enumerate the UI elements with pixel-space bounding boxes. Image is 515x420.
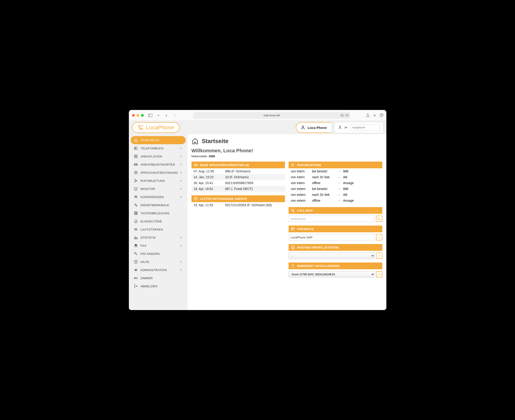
window-minimize[interactable]	[136, 114, 139, 117]
voicemail-row[interactable]: 14. Jan, 15:2223 (F. Ochmann)	[192, 174, 285, 180]
sidebar-item-konferenzen[interactable]: KONFERENZEN	[131, 193, 186, 201]
home-icon	[192, 137, 199, 145]
profile-user-icon	[291, 245, 295, 249]
sidebar-item-zimmer[interactable]: ZIMMER	[131, 274, 186, 282]
list-icon	[194, 197, 198, 201]
sidebar-item-label: RUFUMLEITUNG	[141, 179, 165, 182]
sidebar-item-dienstmerkmale[interactable]: DIENSTMERKMALE	[131, 201, 186, 209]
routing-row[interactable]: von externnach 20 Sek.→AB	[289, 192, 382, 198]
chevron-right-icon	[180, 260, 182, 263]
reload-icon[interactable]	[345, 114, 349, 117]
sidebar-item-label: MONITOR	[141, 187, 155, 191]
user-small-icon[interactable]	[338, 126, 342, 130]
conference-icon	[134, 195, 138, 199]
share-icon[interactable]	[366, 113, 370, 117]
sidebar-item-hilfe[interactable]: HILFE	[131, 258, 186, 266]
arrow-right-icon: →	[337, 175, 340, 179]
browser-window: voip.loca.net LocaPhone Loca Phone	[129, 110, 386, 310]
logout-icon[interactable]	[344, 126, 348, 130]
user-pill[interactable]: Loca Phone	[296, 122, 331, 133]
presence-confirm-button[interactable]	[376, 234, 382, 240]
welcome-text: Willkommen, Loca Phone!	[192, 148, 382, 154]
key-icon	[134, 252, 138, 256]
presence-header[interactable]: PRESENCE	[289, 225, 382, 232]
translate-icon[interactable]	[340, 114, 344, 117]
sidebar-item-pin-ändern[interactable]: PIN ÄNDERN	[131, 250, 186, 258]
routing-row[interactable]: von externoffline→Ansage	[289, 198, 382, 203]
routing-dest: AB	[343, 193, 347, 196]
device-action-button[interactable]	[376, 271, 382, 277]
chevron-down-icon[interactable]	[156, 112, 161, 118]
sidebar-item-administration[interactable]: ADMINISTRATION	[131, 266, 186, 274]
user-icon	[301, 125, 305, 130]
record-icon	[134, 171, 138, 175]
logo[interactable]: LocaPhone	[132, 122, 180, 133]
extension-label: Nebenstelle:	[192, 155, 208, 158]
nav-back-icon[interactable]	[164, 112, 169, 118]
call-button[interactable]	[376, 216, 382, 222]
voicemail-icon	[134, 162, 138, 166]
chevron-right-icon	[180, 147, 182, 150]
sidebar-toggle-icon[interactable]	[147, 112, 153, 118]
nav-forward-icon[interactable]	[172, 112, 178, 118]
presence-input[interactable]	[289, 234, 375, 240]
header-search-input[interactable]	[351, 124, 380, 131]
callbox-header[interactable]: CALL-BOX	[289, 207, 382, 214]
window-close[interactable]	[132, 114, 135, 117]
profile-header[interactable]: ROUTING-PROFIL (SYSTEM)	[289, 244, 382, 251]
device-header-text: ENDGERÄT AKTUALISIEREN	[297, 264, 340, 268]
voicemail-row[interactable]: 07. Aug, 11:59888 (F. Ochmann)	[192, 168, 285, 174]
profile-confirm-button[interactable]	[376, 253, 382, 259]
window-zoom[interactable]	[141, 114, 144, 117]
missed-header[interactable]: LETZTE ENTGANGENE ANRUFE	[192, 195, 285, 202]
sidebar-item-anrufbeantworter[interactable]: ANRUFBEANTWORTER	[131, 160, 186, 169]
extension-value: 1909	[208, 155, 215, 158]
sidebar-item-rufumleitung[interactable]: RUFUMLEITUNG	[131, 177, 186, 185]
chevron-right-icon	[180, 195, 182, 199]
stats-icon	[134, 235, 138, 240]
routing-condition: bei besetzt	[312, 169, 335, 173]
callbox-panel: CALL-BOX	[289, 207, 382, 222]
sidebar-item-abmelden[interactable]: ABMELDEN	[131, 282, 186, 290]
tabs-icon[interactable]	[380, 113, 383, 117]
sidebar-item-label: STARTSEITE	[141, 139, 159, 142]
routing-row[interactable]: von externbei besetzt→888	[289, 186, 382, 192]
app: LocaPhone Loca Phone STARTSEITETELEFONBU…	[129, 121, 386, 310]
sidebar-item-sprachaufzeichnung[interactable]: SPRACHAUFZEICHNUNG	[131, 169, 186, 177]
voicemail-text: 0021163558627659	[225, 181, 254, 185]
sidebar-item-telefonbuch[interactable]: TELEFONBUCH	[131, 144, 186, 152]
voicemail-header-text: NEUE SPRACHNACHRICHTEN (4)	[200, 163, 249, 167]
routing-dest: Ansage	[343, 181, 354, 185]
profile-select[interactable]: -	[289, 253, 375, 259]
presence-header-text: PRESENCE	[297, 227, 314, 231]
sidebar-item-lautstärken[interactable]: LAUTSTÄRKEN	[131, 225, 186, 233]
routing-row[interactable]: von internnach 20 Sek.→AB	[289, 174, 382, 180]
sidebar-item-monitor[interactable]: MONITOR	[131, 185, 186, 193]
missed-header-text: LETZTE ENTGANGENE ANRUFE	[200, 197, 247, 201]
sidebar-item-label: KLINGELTÖNE	[141, 220, 162, 223]
sidebar-item-tastenbelegung[interactable]: TASTENBELEGUNG	[131, 209, 186, 217]
callbox-input[interactable]	[289, 216, 375, 222]
device-select[interactable]: Snom D785 MAC 000413924E33	[289, 271, 375, 277]
device-header[interactable]: ENDGERÄT AKTUALISIEREN	[289, 262, 382, 269]
chevron-right-icon	[180, 236, 182, 239]
voicemail-header[interactable]: NEUE SPRACHNACHRICHTEN (4)	[192, 162, 285, 168]
sidebar-item-label: ANRUFLISTEN	[141, 155, 162, 158]
browser-chrome: voip.loca.net	[129, 110, 386, 121]
url-bar[interactable]: voip.loca.net	[193, 112, 350, 119]
sidebar-item-klingeltöne[interactable]: KLINGELTÖNE	[131, 217, 186, 225]
routing-source: von intern	[291, 175, 309, 179]
missed-row[interactable]: 15. Apr, 11:53001722120354 (F. Ochmann (…	[192, 202, 285, 208]
sidebar-item-anruflisten[interactable]: ANRUFLISTEN	[131, 152, 186, 160]
voicemail-time: 07. Aug, 11:59	[194, 169, 221, 173]
voicemail-row[interactable]: 18. Apr, 16:52887 (. Frank DECT)	[192, 186, 285, 192]
routing-row[interactable]: von internoffline→Ansage	[289, 180, 382, 186]
routing-row[interactable]: von internbei besetzt→888	[289, 168, 382, 174]
routing-header[interactable]: RUFUMLEITUNG	[289, 162, 382, 168]
voicemail-row[interactable]: 30. Apr, 15:410021163558627659	[192, 180, 285, 186]
sidebar-item-startseite[interactable]: STARTSEITE	[131, 136, 186, 144]
sidebar-item-statistik[interactable]: STATISTIK	[131, 233, 186, 241]
sidebar-item-fax[interactable]: FAX	[131, 241, 186, 250]
sidebar-item-label: ADMINISTRATION	[141, 268, 167, 272]
new-tab-icon[interactable]	[373, 113, 376, 117]
